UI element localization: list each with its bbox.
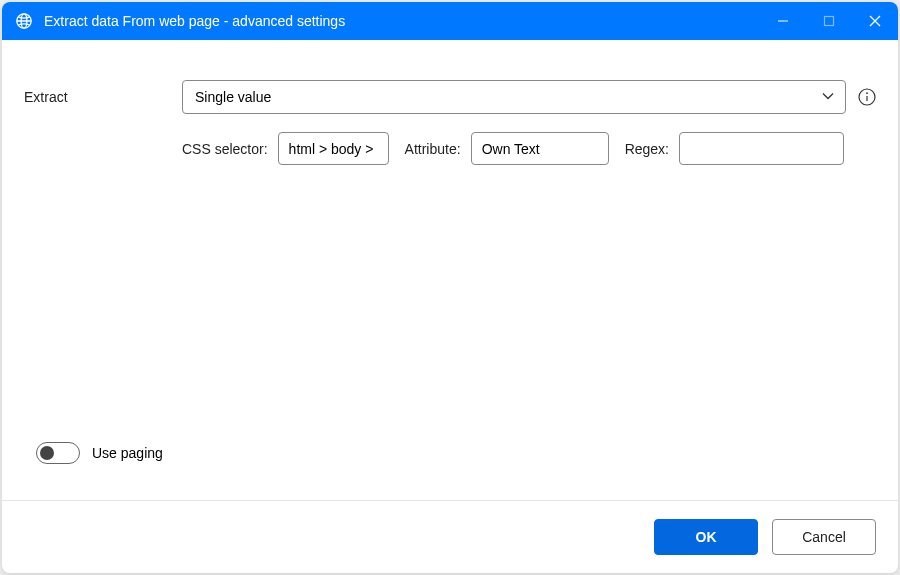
window-controls bbox=[760, 2, 898, 40]
extract-dropdown[interactable]: Single value bbox=[182, 80, 846, 114]
use-paging-toggle[interactable] bbox=[36, 442, 80, 464]
titlebar: Extract data From web page - advanced se… bbox=[2, 2, 898, 40]
toggle-knob bbox=[40, 446, 54, 460]
svg-rect-4 bbox=[825, 17, 834, 26]
ok-button[interactable]: OK bbox=[654, 519, 758, 555]
regex-input[interactable] bbox=[679, 132, 844, 165]
cancel-button[interactable]: Cancel bbox=[772, 519, 876, 555]
close-button[interactable] bbox=[852, 2, 898, 40]
selector-row: CSS selector: Attribute: Regex: bbox=[182, 132, 876, 165]
extract-dropdown-value: Single value bbox=[195, 89, 271, 105]
extract-row: Extract Single value bbox=[24, 80, 876, 114]
regex-label: Regex: bbox=[625, 141, 669, 157]
extract-label: Extract bbox=[24, 89, 182, 105]
paging-row: Use paging bbox=[36, 442, 876, 464]
chevron-down-icon bbox=[821, 89, 835, 106]
css-selector-label: CSS selector: bbox=[182, 141, 268, 157]
dialog-window: Extract data From web page - advanced se… bbox=[2, 2, 898, 573]
info-icon[interactable] bbox=[858, 88, 876, 106]
minimize-button[interactable] bbox=[760, 2, 806, 40]
svg-point-8 bbox=[866, 92, 868, 94]
attribute-input[interactable] bbox=[471, 132, 609, 165]
maximize-button bbox=[806, 2, 852, 40]
dialog-footer: OK Cancel bbox=[2, 500, 898, 573]
window-title: Extract data From web page - advanced se… bbox=[44, 13, 760, 29]
dialog-content: Extract Single value CSS selector: Attri… bbox=[2, 40, 898, 500]
attribute-label: Attribute: bbox=[405, 141, 461, 157]
globe-icon bbox=[14, 11, 34, 31]
use-paging-label: Use paging bbox=[92, 445, 163, 461]
css-selector-input[interactable] bbox=[278, 132, 389, 165]
